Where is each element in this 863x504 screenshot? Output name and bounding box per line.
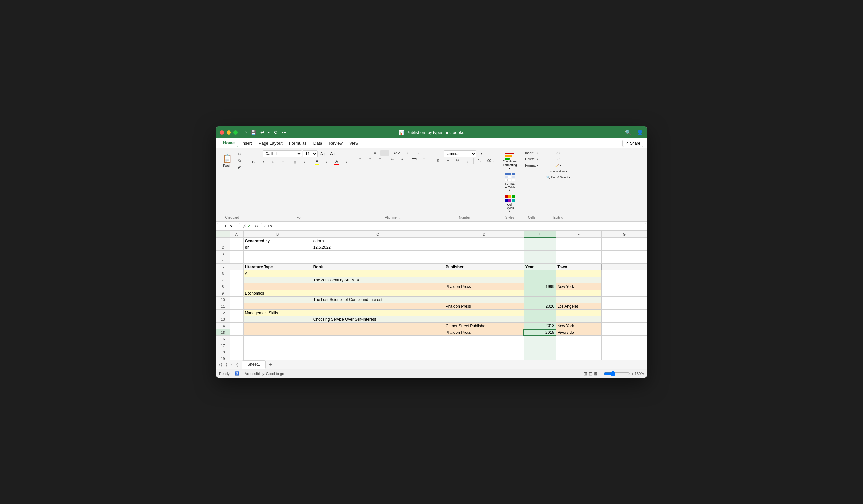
cell-f16[interactable] xyxy=(556,336,601,342)
cell-a12[interactable] xyxy=(229,310,243,316)
col-header-a[interactable]: A xyxy=(229,231,243,238)
underline-button[interactable]: U xyxy=(268,159,278,165)
cell-a18[interactable] xyxy=(229,349,243,355)
cell-a8[interactable] xyxy=(229,284,243,290)
cell-c9[interactable] xyxy=(312,290,444,297)
cell-styles-button[interactable]: CellStyles ▾ xyxy=(501,193,518,214)
cell-f5[interactable]: Town xyxy=(556,264,601,270)
font-selector[interactable]: Calibri xyxy=(263,150,302,158)
cell-d9[interactable] xyxy=(444,290,524,297)
undo-dropdown-icon[interactable]: ▾ xyxy=(268,130,270,134)
cell-e6[interactable] xyxy=(524,270,556,277)
cell-e5[interactable]: Year xyxy=(524,264,556,270)
cell-b11[interactable] xyxy=(243,303,312,310)
cell-b8[interactable] xyxy=(243,284,312,290)
autosum-button[interactable]: Σ ▾ xyxy=(554,150,563,156)
cell-c17[interactable] xyxy=(312,342,444,349)
menu-insert[interactable]: Insert xyxy=(238,139,255,147)
increase-font-button[interactable]: A↑ xyxy=(318,150,327,158)
cell-c13[interactable]: Choosing Service Over Self-Interest xyxy=(312,316,444,323)
cell-b18[interactable] xyxy=(243,349,312,355)
zoom-slider[interactable] xyxy=(604,371,630,376)
cell-c16[interactable] xyxy=(312,336,444,342)
home-icon[interactable]: ⌂ xyxy=(244,130,247,135)
increase-decimal-button[interactable]: .00→ xyxy=(485,158,496,164)
cell-f17[interactable] xyxy=(556,342,601,349)
row-header-13[interactable]: 13 xyxy=(216,316,230,323)
cell-g13[interactable] xyxy=(601,316,647,323)
cell-c14[interactable] xyxy=(312,323,444,329)
underline-dropdown[interactable]: ▾ xyxy=(278,160,287,165)
cell-f11[interactable]: Los Angeles xyxy=(556,303,601,310)
row-header-12[interactable]: 12 xyxy=(216,310,230,316)
normal-view-icon[interactable]: ⊞ xyxy=(584,371,587,376)
maximize-button[interactable] xyxy=(234,130,238,135)
close-button[interactable] xyxy=(220,130,224,135)
row-header-3[interactable]: 3 xyxy=(216,251,230,257)
cell-f19[interactable] xyxy=(556,355,601,360)
sheet-nav-last[interactable]: ⟩⟩ xyxy=(234,362,240,367)
orientation-button[interactable]: ab↗ xyxy=(392,150,402,156)
cell-f8[interactable]: New York xyxy=(556,284,601,290)
fill-color-dropdown[interactable]: ▾ xyxy=(322,160,331,165)
cell-e15[interactable]: 2015 xyxy=(524,329,556,336)
cell-e17[interactable] xyxy=(524,342,556,349)
cell-d12[interactable] xyxy=(444,310,524,316)
save-icon[interactable]: 💾 xyxy=(251,130,257,135)
cell-b14[interactable] xyxy=(243,323,312,329)
cell-e2[interactable] xyxy=(524,244,556,251)
cell-a15[interactable] xyxy=(229,329,243,336)
increase-indent-button[interactable]: ⇥ xyxy=(398,156,407,162)
decrease-decimal-button[interactable]: .0← xyxy=(475,158,484,164)
cell-a14[interactable] xyxy=(229,323,243,329)
menu-page-layout[interactable]: Page Layout xyxy=(255,139,286,147)
italic-button[interactable]: I xyxy=(259,159,268,165)
cell-d6[interactable] xyxy=(444,270,524,277)
cell-d13[interactable] xyxy=(444,316,524,323)
sheet-nav-first[interactable]: ⟨⟨ xyxy=(218,362,224,367)
cell-b9[interactable]: Economics xyxy=(243,290,312,297)
row-header-5[interactable]: 5 xyxy=(216,264,230,270)
cell-c5[interactable]: Book xyxy=(312,264,444,270)
cell-d1[interactable] xyxy=(444,238,524,244)
cell-b15[interactable] xyxy=(243,329,312,336)
cell-b5[interactable]: Literature Type xyxy=(243,264,312,270)
cell-g15[interactable] xyxy=(601,329,647,336)
search-icon[interactable]: 🔍 xyxy=(625,129,631,136)
cell-reference-box[interactable] xyxy=(217,223,240,229)
cell-f9[interactable] xyxy=(556,290,601,297)
cell-b17[interactable] xyxy=(243,342,312,349)
row-header-6[interactable]: 6 xyxy=(216,270,230,277)
row-header-10[interactable]: 10 xyxy=(216,297,230,303)
fill-button[interactable]: ⊿ ▾ xyxy=(554,156,563,162)
wrap-text-button[interactable]: ↵ xyxy=(415,150,424,156)
cell-d18[interactable] xyxy=(444,349,524,355)
col-header-d[interactable]: D xyxy=(444,231,524,238)
col-header-f[interactable]: F xyxy=(556,231,601,238)
cell-b3[interactable] xyxy=(243,251,312,257)
border-dropdown[interactable]: ▾ xyxy=(300,160,309,165)
cell-a19[interactable] xyxy=(229,355,243,360)
cell-g2[interactable] xyxy=(601,244,647,251)
cell-c15[interactable] xyxy=(312,329,444,336)
row-header-14[interactable]: 14 xyxy=(216,323,230,329)
cell-f2[interactable] xyxy=(556,244,601,251)
cell-e8[interactable]: 1999 xyxy=(524,284,556,290)
paste-button[interactable]: 📋 Paste xyxy=(220,150,234,171)
cell-c18[interactable] xyxy=(312,349,444,355)
cell-d15[interactable]: Phaidon Press xyxy=(444,329,524,336)
clear-button[interactable]: 🧹 ▾ xyxy=(554,163,563,168)
formula-confirm-icon[interactable]: ✓ xyxy=(247,224,251,229)
cell-c10[interactable]: The Lost Science of Compound Interest xyxy=(312,297,444,303)
font-color-dropdown[interactable]: ▾ xyxy=(342,160,351,165)
spreadsheet[interactable]: A B C D E F G 1 Generated by xyxy=(216,231,647,360)
cell-d10[interactable] xyxy=(444,297,524,303)
comma-button[interactable]: , xyxy=(463,158,472,164)
cell-g17[interactable] xyxy=(601,342,647,349)
cell-g3[interactable] xyxy=(601,251,647,257)
number-format-selector[interactable]: General xyxy=(443,150,476,158)
fill-color-button[interactable]: A xyxy=(312,158,322,166)
cell-f1[interactable] xyxy=(556,238,601,244)
cell-d2[interactable] xyxy=(444,244,524,251)
cell-f7[interactable] xyxy=(556,277,601,284)
